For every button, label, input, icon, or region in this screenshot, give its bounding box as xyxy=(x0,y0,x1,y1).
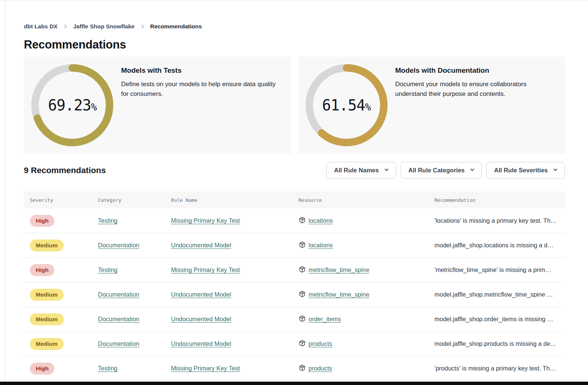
table-row: Medium Documentation Undocumented Model … xyxy=(24,233,565,258)
rule-name-cell: Missing Primary Key Test xyxy=(171,266,298,273)
metric-card-title: Models with Documentation xyxy=(395,66,555,75)
model-cube-icon xyxy=(298,364,306,373)
model-cube-icon xyxy=(298,216,306,225)
severity-badge: High xyxy=(30,363,54,375)
resource-cell: locations xyxy=(298,241,434,250)
table-row: High Testing Missing Primary Key Test pr… xyxy=(24,356,565,381)
rule-name-link[interactable]: Undocumented Model xyxy=(171,316,231,322)
resource-link[interactable]: locations xyxy=(309,217,333,224)
rule-names-filter-dropdown[interactable]: All Rule Names xyxy=(326,162,396,179)
chevron-down-icon xyxy=(553,167,558,174)
category-cell: Testing xyxy=(98,266,171,273)
recommendation-cell: 'locations' is missing a primary key tes… xyxy=(434,217,565,224)
table-row: Medium Documentation Undocumented Model … xyxy=(24,307,565,332)
breadcrumb: dbt Labs DX Jaffle Shop Snowflake Recomm… xyxy=(24,23,565,30)
category-cell: Testing xyxy=(98,217,171,224)
rule-name-link[interactable]: Undocumented Model xyxy=(171,340,231,347)
rule-name-cell: Missing Primary Key Test xyxy=(171,365,298,372)
donut-value: 61.54% xyxy=(306,64,388,146)
category-cell: Testing xyxy=(98,365,171,372)
metric-card-description: Define tests on your models to help ensu… xyxy=(121,79,281,99)
model-cube-icon xyxy=(298,339,306,348)
rule-severities-filter-dropdown[interactable]: All Rule Severities xyxy=(486,162,565,179)
table-row: Medium Documentation Undocumented Model … xyxy=(24,282,565,307)
rule-name-link[interactable]: Missing Primary Key Test xyxy=(171,365,240,372)
chevron-down-icon xyxy=(470,167,475,174)
recommendation-cell: model.jaffle_shop.products is missing a … xyxy=(434,340,565,347)
resource-link[interactable]: metricflow_time_spine xyxy=(309,266,369,273)
rule-name-cell: Undocumented Model xyxy=(171,291,298,298)
category-link[interactable]: Documentation xyxy=(98,291,139,298)
category-link[interactable]: Documentation xyxy=(98,316,139,322)
rule-name-cell: Undocumented Model xyxy=(171,242,298,249)
rule-name-cell: Undocumented Model xyxy=(171,340,298,347)
resource-link[interactable]: order_items xyxy=(309,316,341,323)
recommendation-cell: model.jaffle_shop.metricflow_time_spine … xyxy=(434,291,565,298)
filter-bar: All Rule Names All Rule Categories All R… xyxy=(326,162,565,179)
page-title: Recommendations xyxy=(24,38,565,51)
resource-cell: locations xyxy=(298,216,434,225)
rule-name-cell: Undocumented Model xyxy=(171,316,298,323)
resource-link[interactable]: products xyxy=(309,365,332,372)
table-row: High Testing Missing Primary Key Test me… xyxy=(24,258,565,282)
metric-card: 61.54% Models with Documentation Documen… xyxy=(298,57,565,154)
rule-name-link[interactable]: Missing Primary Key Test xyxy=(171,266,240,273)
category-link[interactable]: Testing xyxy=(98,217,117,224)
severity-cell: High xyxy=(24,264,98,276)
severity-cell: High xyxy=(24,363,98,375)
recommendation-cell: model.jaffle_shop.locations is missing a… xyxy=(434,242,565,249)
severity-badge: High xyxy=(30,264,54,276)
severity-badge: Medium xyxy=(30,289,64,301)
metric-card-title: Models with Tests xyxy=(121,66,281,75)
resource-cell: products xyxy=(298,339,434,348)
severity-badge: High xyxy=(30,215,54,227)
sidebar-edge-divider xyxy=(5,0,5,385)
severity-cell: High xyxy=(24,215,98,227)
category-link[interactable]: Documentation xyxy=(98,242,139,248)
rule-name-cell: Missing Primary Key Test xyxy=(171,217,298,224)
recommendations-list-header: 9 Recommendations All Rule Names All Rul… xyxy=(24,162,565,179)
rule-name-link[interactable]: Undocumented Model xyxy=(171,291,231,298)
chevron-right-icon xyxy=(63,24,67,29)
rule-name-link[interactable]: Undocumented Model xyxy=(171,242,231,248)
column-header-recommendation: Recommendation xyxy=(434,197,565,203)
column-header-resource: Resource xyxy=(298,197,434,203)
resource-link[interactable]: products xyxy=(309,340,332,347)
donut-value: 69.23% xyxy=(31,64,113,146)
column-header-category: Category xyxy=(98,197,171,203)
severity-badge: Medium xyxy=(30,338,64,350)
resource-cell: metricflow_time_spine xyxy=(298,290,434,299)
screen-bottom-strip xyxy=(0,382,588,385)
severity-badge: Medium xyxy=(30,313,64,325)
breadcrumb-item-account[interactable]: dbt Labs DX xyxy=(24,23,57,30)
resource-cell: metricflow_time_spine xyxy=(298,266,434,275)
category-link[interactable]: Testing xyxy=(98,266,117,273)
table-row: High Testing Missing Primary Key Test lo… xyxy=(24,209,565,233)
rule-categories-filter-dropdown[interactable]: All Rule Categories xyxy=(401,162,482,179)
resource-link[interactable]: locations xyxy=(309,242,333,249)
metric-card-description: Document your models to ensure collabora… xyxy=(395,79,555,99)
resource-cell: products xyxy=(298,364,434,373)
model-cube-icon xyxy=(298,315,306,324)
table-row: Medium Documentation Undocumented Model … xyxy=(24,332,565,356)
recommendation-cell: model.jaffle_shop.order_items is missing… xyxy=(434,316,565,323)
breadcrumb-item-project[interactable]: Jaffle Shop Snowflake xyxy=(73,23,135,30)
recommendation-cell: 'metricflow_time_spine' is missing a pri… xyxy=(434,266,565,273)
category-cell: Documentation xyxy=(98,316,171,323)
metric-card: 69.23% Models with Tests Define tests on… xyxy=(24,57,291,154)
category-cell: Documentation xyxy=(98,291,171,298)
category-cell: Documentation xyxy=(98,340,171,347)
severity-cell: Medium xyxy=(24,313,98,325)
model-cube-icon xyxy=(298,241,306,250)
category-link[interactable]: Testing xyxy=(98,365,117,372)
table-header-row: Severity Category Rule Name Resource Rec… xyxy=(24,191,565,209)
table-body: High Testing Missing Primary Key Test lo… xyxy=(24,209,565,381)
category-link[interactable]: Documentation xyxy=(98,340,139,347)
model-cube-icon xyxy=(298,266,306,275)
chevron-right-icon xyxy=(140,24,145,29)
rule-name-link[interactable]: Missing Primary Key Test xyxy=(171,217,240,224)
main-content: dbt Labs DX Jaffle Shop Snowflake Recomm… xyxy=(24,0,565,381)
column-header-severity: Severity xyxy=(24,197,98,203)
resource-link[interactable]: metricflow_time_spine xyxy=(309,291,369,298)
severity-cell: Medium xyxy=(24,240,98,251)
